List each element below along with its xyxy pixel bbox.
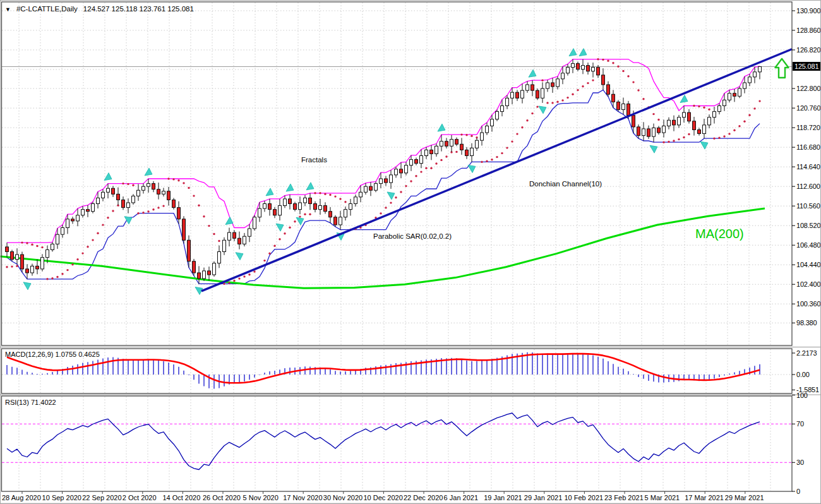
date-axis-label: 28 Aug 2020 <box>2 494 41 501</box>
macd-signal-line <box>7 354 760 383</box>
date-axis-label: 2 Oct 2020 <box>123 494 157 501</box>
macd-axis-label: 0.00 <box>796 371 810 378</box>
price-axis-label: 102.400 <box>796 280 820 288</box>
date-axis-label: 22 Dec 2020 <box>404 494 443 501</box>
rsi-label: RSI(13) <box>5 399 29 406</box>
symbol-dropdown-icon[interactable]: ▼ <box>5 6 11 13</box>
chart-title-row: ▼ #C-LCATTLE,Daily 124.527 125.118 123.7… <box>5 5 194 13</box>
date-axis-label: 10 Feb 2021 <box>564 494 603 501</box>
price-axis-label: 120.760 <box>796 104 820 112</box>
date-axis-label: 29 Mar 2021 <box>725 494 764 501</box>
date-axis-label: 5 Nov 2020 <box>243 494 279 501</box>
price-axis-label: 118.720 <box>796 124 820 131</box>
rsi-axis-label: 30 <box>796 459 804 466</box>
date-axis-label: 26 Oct 2020 <box>203 494 241 501</box>
date-axis-label: 6 Jan 2021 <box>444 494 478 501</box>
price-chart-canvas[interactable] <box>1 1 821 504</box>
price-axis-label: 106.480 <box>796 241 820 249</box>
ma200-line <box>1 208 765 288</box>
price-axis-label: 104.440 <box>796 261 820 268</box>
date-axis-label: 30 Nov 2020 <box>323 494 363 501</box>
candles-layer <box>6 59 762 284</box>
macd-axis-label: 2.2173 <box>796 349 817 357</box>
price-axis-label: 108.520 <box>796 222 820 229</box>
price-axis-label: 98.380 <box>796 319 817 327</box>
donchian-upper-line <box>7 59 760 243</box>
date-axis-label: 22 Sep 2020 <box>82 494 121 501</box>
date-axis-label: 10 Sep 2020 <box>42 494 81 501</box>
parabolic-sar-dots <box>6 58 760 285</box>
price-axis-label: 110.560 <box>796 202 820 210</box>
rsi-line <box>7 413 760 470</box>
price-up-arrow-icon <box>776 59 789 78</box>
price-axis-label: 128.860 <box>796 27 820 34</box>
chart-window: ▼ #C-LCATTLE,Daily 124.527 125.118 123.7… <box>0 0 821 504</box>
date-axis-label: 17 Nov 2020 <box>283 494 322 501</box>
rsi-indicator-label: RSI(13) 71.4022 <box>5 399 56 406</box>
price-axis-label: 122.800 <box>796 85 820 92</box>
macd-label: MACD(12,26,9) <box>5 351 53 358</box>
ma200-annotation: MA(200) <box>695 227 744 241</box>
axis-ticks <box>22 11 795 494</box>
trendline <box>201 49 792 291</box>
macd-values: 1.0755 0.4625 <box>55 351 99 358</box>
macd-histogram <box>7 352 760 389</box>
current-price-tag: 125.081 <box>793 62 821 71</box>
date-axis-label: 10 Dec 2020 <box>363 494 402 501</box>
rsi-axis-label: 70 <box>796 420 804 428</box>
price-axis-label: 126.820 <box>796 46 820 54</box>
donchian-annotation: Donchian Channel(10) <box>529 180 602 188</box>
ohlc-values: 124.527 125.118 123.761 125.081 <box>83 5 194 13</box>
price-axis-label: 112.600 <box>796 183 820 190</box>
grid-layer <box>2 3 792 491</box>
price-axis-label: 130.900 <box>796 7 820 15</box>
price-axis-label: 100.360 <box>796 300 820 308</box>
panel-borders <box>1 2 821 491</box>
symbol-title: #C-LCATTLE,Daily <box>16 5 78 13</box>
fractals-annotation: Fractals <box>301 156 327 164</box>
date-axis-label: 17 Mar 2021 <box>685 494 724 501</box>
date-axis-label: 19 Jan 2021 <box>484 494 522 501</box>
parabolic-sar-annotation: Parabolic SAR(0.02,0.2) <box>373 232 452 240</box>
donchian-lower-line <box>7 90 760 284</box>
rsi-value: 71.4022 <box>31 399 56 406</box>
date-axis-label: 5 Mar 2021 <box>645 494 680 501</box>
macd-indicator-label: MACD(12,26,9) 1.0755 0.4625 <box>5 351 100 358</box>
rsi-axis-label: 0 <box>796 488 800 495</box>
date-axis-label: 14 Oct 2020 <box>162 494 200 501</box>
rsi-axis-label: 100 <box>796 392 808 399</box>
date-axis-label: 23 Feb 2021 <box>604 494 644 501</box>
price-axis-label: 116.680 <box>796 143 820 151</box>
date-axis-label: 29 Jan 2021 <box>524 494 563 501</box>
price-axis-label: 114.640 <box>796 163 820 171</box>
